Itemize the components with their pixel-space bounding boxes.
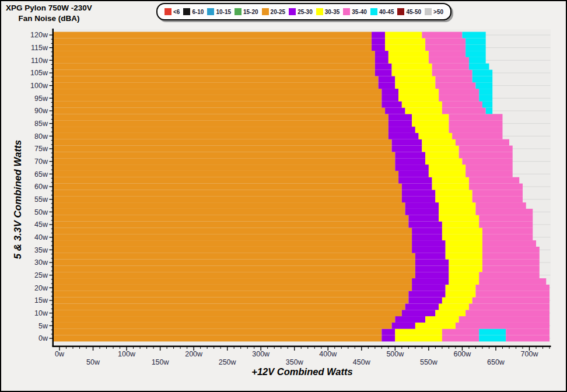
heatmap-cell (54, 240, 412, 247)
heatmap-cell (449, 260, 482, 266)
heatmap-cell (442, 335, 479, 342)
y-tick-label: 60w (34, 183, 48, 191)
heatmap-cell (405, 303, 439, 310)
y-tick-label: 80w (34, 132, 48, 141)
heatmap-cell (425, 316, 459, 323)
heatmap-cell (432, 177, 469, 184)
heatmap-cell (395, 76, 435, 82)
heatmap-cell (54, 190, 402, 196)
heatmap-cell (473, 76, 493, 82)
x-tick-label: 50w (86, 358, 100, 366)
heatmap-cell (449, 120, 502, 127)
heatmap-cell (469, 303, 550, 310)
heatmap-cell (486, 108, 493, 114)
heatmap-cell (392, 139, 422, 146)
heatmap-cell (479, 329, 506, 335)
heatmap-cell (473, 190, 523, 196)
y-tick-label: 45w (34, 220, 48, 229)
heatmap-cell (425, 158, 462, 164)
heatmap-cell (54, 260, 415, 266)
heatmap-cell (395, 164, 429, 171)
heatmap-cell (382, 89, 398, 95)
heatmap-plot: 0w50w100w150w200w250w300w350w400w450w500… (1, 1, 567, 392)
heatmap-cell (408, 298, 442, 304)
heatmap-cell (54, 303, 405, 310)
heatmap-cell (466, 310, 550, 316)
heatmap-cell (412, 247, 446, 253)
heatmap-cell (415, 265, 449, 272)
heatmap-cell (435, 196, 472, 202)
y-tick-label: 55w (34, 195, 48, 204)
heatmap-cell (382, 329, 395, 335)
heatmap-cell (446, 291, 476, 298)
heatmap-cell (398, 89, 439, 95)
heatmap-cell (415, 260, 449, 266)
y-tick-label: 85w (34, 120, 48, 128)
heatmap-cell (442, 298, 473, 304)
heatmap-cell (54, 146, 392, 152)
heatmap-cell (422, 139, 456, 146)
heatmap-cell (473, 70, 493, 76)
heatmap-cell (415, 253, 446, 260)
heatmap-cell (54, 76, 379, 82)
heatmap-cell (372, 44, 385, 51)
heatmap-cell (475, 285, 550, 291)
heatmap-cell (446, 253, 482, 260)
heatmap-cell (442, 234, 482, 240)
heatmap-cell (469, 184, 523, 190)
heatmap-cell (435, 76, 472, 82)
x-tick-label: 250w (219, 358, 237, 366)
heatmap-cell (54, 64, 375, 70)
heatmap-cell (54, 38, 372, 44)
heatmap-cell (442, 222, 479, 228)
heatmap-cell (439, 209, 475, 215)
heatmap-cell (385, 108, 405, 114)
heatmap-cell (392, 64, 432, 70)
y-tick-label: 20w (34, 284, 48, 292)
heatmap-cell (395, 316, 425, 323)
heatmap-cell (419, 133, 453, 139)
y-tick-label: 65w (34, 170, 48, 178)
x-tick-label: 400w (319, 350, 337, 358)
heatmap-cell (429, 51, 466, 57)
heatmap-cell (449, 114, 502, 120)
x-tick-label: 100w (118, 350, 136, 358)
heatmap-cell (479, 95, 492, 102)
heatmap-cell (395, 82, 435, 89)
heatmap-cell (54, 202, 405, 209)
heatmap-cell (439, 89, 479, 95)
heatmap-cell (54, 57, 375, 64)
heatmap-cell (473, 298, 550, 304)
y-tick-label: 0w (38, 334, 48, 342)
heatmap-cell (415, 127, 449, 133)
heatmap-cell (385, 38, 425, 44)
heatmap-cell (479, 335, 506, 342)
y-tick-label: 15w (34, 296, 48, 304)
heatmap-cell (479, 222, 533, 228)
heatmap-cell (482, 260, 540, 266)
heatmap-cell (479, 89, 492, 95)
heatmap-cell (482, 253, 540, 260)
heatmap-cell (385, 44, 425, 51)
x-tick-label: 0w (55, 350, 65, 358)
heatmap-cell (54, 171, 398, 177)
heatmap-cell (432, 184, 469, 190)
heatmap-cell (388, 133, 419, 139)
heatmap-cell (398, 177, 432, 184)
heatmap-cell (482, 102, 492, 108)
heatmap-cell (412, 234, 442, 240)
heatmap-cell (435, 190, 472, 196)
heatmap-cell (388, 127, 415, 133)
y-tick-label: 35w (34, 246, 48, 254)
x-tick-label: 200w (185, 350, 203, 358)
heatmap-cell (462, 32, 485, 38)
heatmap-cell (459, 146, 513, 152)
heatmap-cell (469, 57, 486, 64)
heatmap-cell (54, 127, 388, 133)
heatmap-cell (462, 158, 512, 164)
x-axis-title: +12V Combined Watts (251, 366, 352, 377)
heatmap-cell (392, 70, 432, 76)
x-tick-label: 350w (286, 358, 304, 366)
heatmap-cell (449, 272, 479, 278)
heatmap-cell (54, 310, 402, 316)
